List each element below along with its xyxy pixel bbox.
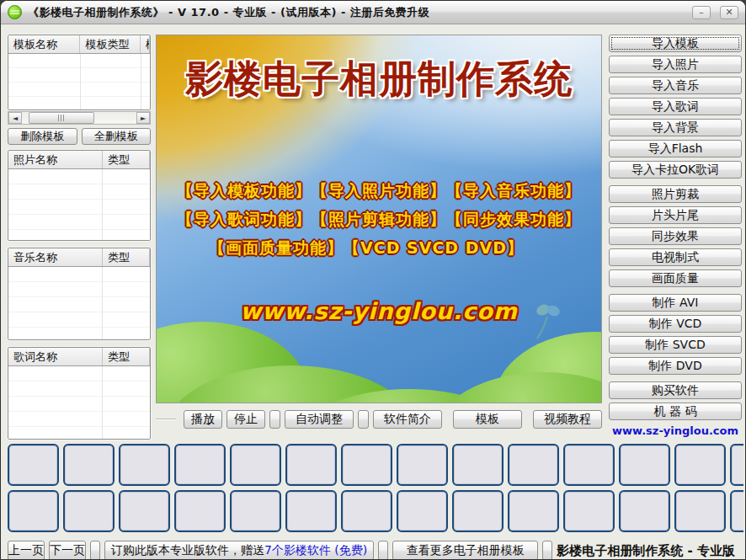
make-avi-button[interactable]: 制作 AVI bbox=[609, 294, 742, 312]
prev-page-button[interactable]: 上一页 bbox=[8, 541, 45, 560]
preview-canvas: 影楼电子相册制作系统 【导入模板功能】【导入照片功能】【导入音乐功能】 【导入歌… bbox=[156, 35, 602, 403]
machine-code-button[interactable]: 机 器 码 bbox=[609, 403, 742, 420]
thumbnail-slot[interactable] bbox=[285, 490, 337, 532]
stop-button[interactable]: 停止 bbox=[226, 410, 265, 429]
intro-outro-button[interactable]: 片头片尾 bbox=[609, 206, 742, 224]
col-template-name[interactable]: 模板名称 bbox=[8, 35, 80, 53]
spacer-button[interactable] bbox=[378, 541, 388, 560]
delete-all-templates-button[interactable]: 全删模板 bbox=[82, 128, 152, 145]
thumbnail-slot[interactable] bbox=[174, 444, 226, 486]
music-list[interactable]: 音乐名称 类型 bbox=[8, 248, 151, 340]
thumbnail-slot[interactable] bbox=[730, 444, 743, 486]
thumbnail-slot[interactable] bbox=[397, 490, 448, 532]
col-lyrics-name[interactable]: 歌词名称 bbox=[8, 348, 103, 365]
thumbnail-slot[interactable] bbox=[619, 490, 670, 532]
make-vcd-button[interactable]: 制作 VCD bbox=[609, 315, 742, 333]
thumbnail-slot[interactable] bbox=[341, 490, 392, 532]
thumbnail-slot[interactable] bbox=[341, 444, 392, 486]
auto-adjust-button[interactable]: 自动调整 bbox=[285, 410, 354, 429]
window-title: 《影楼电子相册制作系统》 - V 17.0 - 专业版 - (试用版本) - 注… bbox=[28, 5, 683, 20]
left-panel: 模板名称 模板类型 模 ◄ ► 删除模板 bbox=[8, 35, 151, 440]
thumbnail-slot[interactable] bbox=[508, 444, 559, 486]
thumbnail-slot[interactable] bbox=[452, 490, 504, 532]
play-button[interactable]: 播放 bbox=[184, 410, 222, 429]
thumbnail-slot[interactable] bbox=[63, 490, 115, 532]
thumbnail-slot[interactable] bbox=[230, 444, 281, 486]
music-list-body[interactable] bbox=[8, 267, 150, 339]
spacer-button[interactable] bbox=[358, 410, 369, 429]
website-link[interactable]: www.sz-yinglou.com bbox=[612, 424, 738, 437]
right-panel: 导入模板 导入照片 导入音乐 导入歌词 导入背景 导入Flash 导入卡拉OK歌… bbox=[607, 35, 743, 440]
col-lyrics-type[interactable]: 类型 bbox=[103, 348, 150, 365]
template-scrollbar[interactable]: ◄ ► bbox=[8, 111, 151, 125]
scroll-left-icon[interactable]: ◄ bbox=[8, 112, 22, 124]
import-background-button[interactable]: 导入背景 bbox=[609, 119, 742, 136]
thumbnail-slot[interactable] bbox=[285, 444, 337, 486]
more-templates-button[interactable]: 查看更多电子相册模板 bbox=[392, 541, 538, 560]
template-list[interactable]: 模板名称 模板类型 模 bbox=[8, 35, 151, 110]
import-template-button[interactable]: 导入模板 bbox=[609, 35, 742, 52]
col-template-extra[interactable]: 模 bbox=[141, 35, 150, 53]
thumbnail-slot[interactable] bbox=[397, 444, 448, 486]
scrollbar-thumb[interactable] bbox=[29, 112, 94, 124]
buy-software-button[interactable]: 购买软件 bbox=[609, 381, 742, 399]
close-button[interactable]: ✕ bbox=[720, 6, 738, 19]
thumbnail-slot[interactable] bbox=[63, 444, 115, 486]
make-dvd-button[interactable]: 制作 DVD bbox=[609, 357, 742, 375]
status-text: 影楼电子相册制作系统 - 专业版 bbox=[557, 543, 738, 559]
col-photo-name[interactable]: 照片名称 bbox=[8, 151, 103, 168]
import-music-button[interactable]: 导入音乐 bbox=[609, 77, 742, 94]
order-button[interactable]: 订购此版本专业版软件，赠送7个影楼软件 (免费) bbox=[104, 541, 374, 560]
import-lyrics-button[interactable]: 导入歌词 bbox=[609, 98, 742, 115]
photo-list-body[interactable] bbox=[8, 169, 150, 240]
about-button[interactable]: 软件简介 bbox=[373, 410, 442, 429]
spacer-button[interactable] bbox=[542, 541, 552, 560]
import-flash-button[interactable]: 导入Flash bbox=[609, 140, 742, 157]
thumbnail-slot[interactable] bbox=[730, 490, 743, 532]
import-karaoke-lyrics-button[interactable]: 导入卡拉OK歌词 bbox=[609, 161, 742, 179]
thumbnail-slot[interactable] bbox=[174, 490, 226, 532]
next-page-button[interactable]: 下一页 bbox=[49, 541, 86, 560]
thumbnail-slot[interactable] bbox=[119, 444, 170, 486]
order-button-promo: 7个影楼软件 (免费) bbox=[264, 543, 367, 558]
photo-crop-button[interactable]: 照片剪裁 bbox=[609, 185, 742, 203]
sync-effect-button[interactable]: 同步效果 bbox=[609, 227, 742, 245]
thumbnail-slot[interactable] bbox=[452, 444, 504, 486]
lyrics-list-body[interactable] bbox=[8, 366, 150, 439]
thumbnail-slot[interactable] bbox=[508, 490, 559, 532]
thumbnail-slot[interactable] bbox=[8, 490, 59, 532]
template-list-body[interactable] bbox=[8, 54, 150, 109]
spacer-button[interactable] bbox=[90, 541, 100, 560]
playback-controls: 播放 停止 自动调整 软件简介 模板 视频教程 bbox=[156, 410, 602, 429]
col-music-type[interactable]: 类型 bbox=[103, 248, 150, 266]
thumbnail-slot[interactable] bbox=[230, 490, 281, 532]
tv-standard-button[interactable]: 电视制式 bbox=[609, 248, 742, 266]
bush-shape bbox=[434, 372, 602, 403]
make-svcd-button[interactable]: 制作 SVCD bbox=[609, 336, 742, 354]
photo-list[interactable]: 照片名称 类型 bbox=[8, 150, 151, 241]
feature-line-1: 【导入模板功能】【导入照片功能】【导入音乐功能】 bbox=[157, 180, 601, 202]
thumbnail-slot[interactable] bbox=[119, 490, 170, 532]
template-button[interactable]: 模板 bbox=[453, 410, 522, 429]
video-tutorial-button[interactable]: 视频教程 bbox=[533, 410, 602, 429]
divider bbox=[156, 419, 176, 420]
delete-template-button[interactable]: 删除模板 bbox=[8, 128, 77, 145]
col-music-name[interactable]: 音乐名称 bbox=[8, 248, 103, 266]
feature-line-3: 【画面质量功能】【VCD SVCD DVD】 bbox=[157, 237, 601, 259]
thumbnail-slot[interactable] bbox=[563, 490, 615, 532]
import-photo-button[interactable]: 导入照片 bbox=[609, 56, 742, 73]
thumbnail-slot[interactable] bbox=[674, 444, 726, 486]
scrollbar-track[interactable] bbox=[22, 112, 136, 124]
thumbnail-slot[interactable] bbox=[563, 444, 615, 486]
lyrics-list[interactable]: 歌词名称 类型 bbox=[8, 347, 151, 440]
col-photo-type[interactable]: 类型 bbox=[103, 151, 150, 168]
thumbnail-slot[interactable] bbox=[8, 444, 59, 486]
thumbnail-slot[interactable] bbox=[619, 444, 670, 486]
scrollbar-grip-icon bbox=[58, 115, 66, 121]
scroll-right-icon[interactable]: ► bbox=[136, 112, 150, 124]
col-template-type[interactable]: 模板类型 bbox=[80, 35, 141, 53]
minimize-button[interactable]: – bbox=[692, 6, 711, 19]
picture-quality-button[interactable]: 画面质量 bbox=[609, 269, 742, 287]
spacer-button[interactable] bbox=[269, 410, 280, 429]
thumbnail-slot[interactable] bbox=[674, 490, 726, 532]
